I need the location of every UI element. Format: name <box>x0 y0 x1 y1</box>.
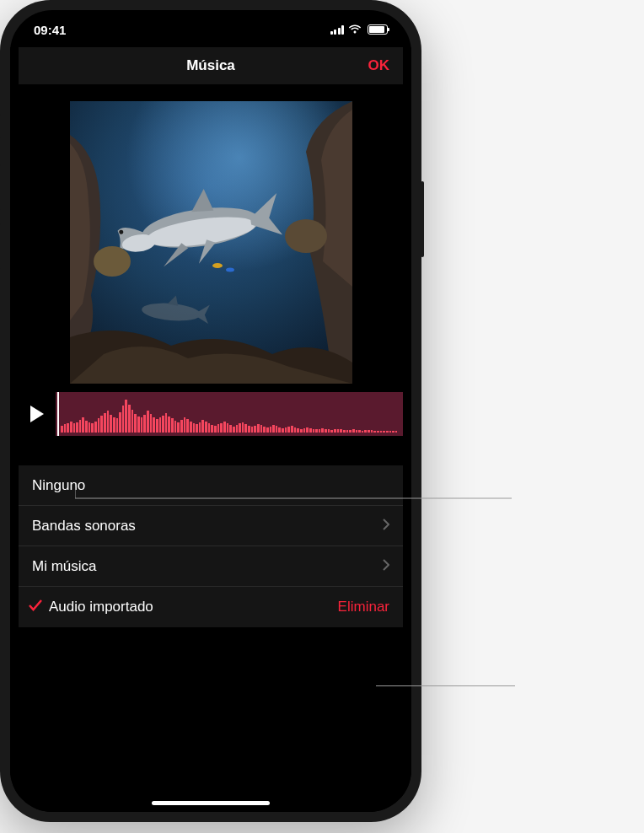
checkmark-icon <box>29 599 42 615</box>
navigation-bar: Música OK <box>19 47 403 84</box>
playhead-indicator[interactable] <box>57 392 59 436</box>
battery-icon <box>368 24 388 35</box>
audio-waveform-section <box>19 392 403 436</box>
chevron-right-icon <box>383 518 389 535</box>
volume-up-button <box>0 164 1 211</box>
svg-point-9 <box>212 263 223 268</box>
option-none-label: Ninguno <box>32 477 389 494</box>
play-icon <box>30 405 45 423</box>
option-imported-audio-label: Audio importado <box>49 599 338 615</box>
option-none[interactable]: Ninguno <box>19 465 403 506</box>
silence-switch <box>0 114 1 139</box>
option-soundtracks[interactable]: Bandas sonoras <box>19 506 403 546</box>
svg-point-2 <box>94 246 131 277</box>
option-imported-audio[interactable]: Audio importado Eliminar <box>19 587 403 627</box>
option-soundtracks-label: Bandas sonoras <box>32 518 383 535</box>
svg-point-3 <box>285 219 327 253</box>
app-content: Música OK <box>10 47 411 812</box>
page-title: Música <box>186 57 235 74</box>
status-time: 09:41 <box>34 23 101 37</box>
svg-point-10 <box>226 268 234 272</box>
option-my-music-label: Mi música <box>32 558 383 575</box>
home-indicator[interactable] <box>152 801 270 805</box>
phone-notch <box>126 10 295 35</box>
music-options-list: Ninguno Bandas sonoras Mi música <box>19 465 403 627</box>
play-button[interactable] <box>19 392 56 436</box>
wifi-icon <box>348 24 362 35</box>
done-button[interactable]: OK <box>368 57 390 74</box>
status-indicators <box>320 24 388 35</box>
chevron-right-icon <box>383 558 389 575</box>
cellular-signal-icon <box>330 25 345 35</box>
phone-screen: 09:41 Música OK <box>10 10 411 812</box>
video-thumbnail-image <box>70 101 352 384</box>
delete-button[interactable]: Eliminar <box>338 599 389 615</box>
phone-device-frame: 09:41 Música OK <box>0 0 421 822</box>
volume-down-button <box>0 223 1 270</box>
power-button <box>421 181 424 257</box>
option-my-music[interactable]: Mi música <box>19 546 403 587</box>
audio-waveform[interactable] <box>56 392 403 436</box>
video-preview[interactable] <box>70 101 352 384</box>
